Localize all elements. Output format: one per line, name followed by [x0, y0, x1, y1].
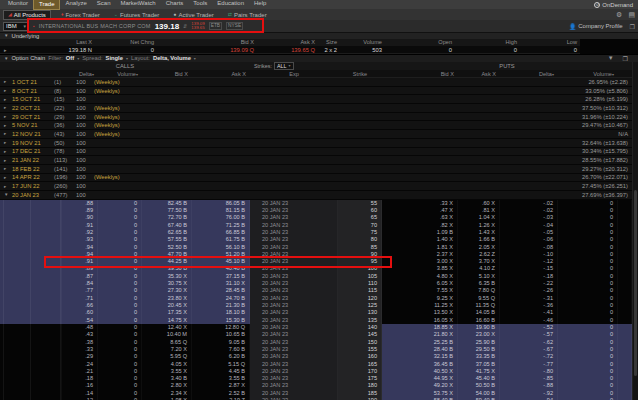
put-ask-cell[interactable]: 50.50 B	[458, 382, 500, 389]
call-ask-cell[interactable]: 28.45 B	[192, 287, 250, 294]
call-delta-cell[interactable]: .91	[62, 258, 98, 265]
call-bid-cell[interactable]: 2.34 X	[142, 390, 192, 397]
put-volume-cell[interactable]: 0	[558, 258, 618, 265]
call-delta-cell[interactable]: .77	[62, 287, 98, 294]
call-volume-cell[interactable]: 0	[98, 244, 142, 251]
expand-arrow-icon[interactable]: ▸	[4, 175, 12, 180]
strike-cell[interactable]: 110	[338, 280, 382, 287]
call-bid-cell[interactable]: 44.25 B	[142, 258, 192, 265]
put-ask-cell[interactable]: 7.80 Q	[458, 287, 500, 294]
put-volume-cell[interactable]: 0	[558, 251, 618, 258]
call-delta-cell[interactable]: .88	[62, 200, 98, 207]
call-bid-cell[interactable]: 52.50 B	[142, 244, 192, 251]
call-delta-cell[interactable]: .91	[62, 222, 98, 229]
call-volume-cell[interactable]: 0	[98, 390, 142, 397]
call-bid-cell[interactable]: 20.45 X	[142, 302, 192, 309]
put-delta-cell[interactable]: -.46	[500, 317, 558, 324]
panel-menu-icon[interactable]: ▤	[628, 11, 635, 19]
layout-value[interactable]: Delta, Volume	[153, 55, 191, 61]
call-delta-cell[interactable]: .18	[62, 375, 98, 382]
strike-cell[interactable]: 185	[338, 390, 382, 397]
expiration-row-29-oct-21[interactable]: ▸29 OCT 21(29)100(Weeklys)31.96% (±10.22…	[0, 113, 638, 122]
call-delta-cell[interactable]: .43	[62, 331, 98, 338]
call-delta-cell[interactable]: .89	[62, 207, 98, 214]
call-bid-cell[interactable]: 14.75 X	[142, 317, 192, 324]
call-delta-cell[interactable]: .54	[62, 317, 98, 324]
put-volume-cell[interactable]: 0	[558, 207, 618, 214]
call-delta-cell[interactable]: .66	[62, 302, 98, 309]
put-ask-cell[interactable]: 37.05 B	[458, 361, 500, 368]
call-volume-cell[interactable]: 0	[98, 339, 142, 346]
call-volume-cell[interactable]: 0	[98, 361, 142, 368]
call-ask-cell[interactable]: 71.25 B	[192, 222, 250, 229]
put-bid-cell[interactable]: 1.09 B	[382, 229, 458, 236]
order-gutter[interactable]	[0, 287, 62, 294]
expiration-row-20-jan-23[interactable]: ▼20 JAN 23(477)10027.69% (±36.397)	[0, 191, 638, 200]
spread-value[interactable]: Single	[106, 55, 123, 61]
expand-arrow-icon[interactable]: ▸	[4, 140, 12, 145]
order-gutter[interactable]	[0, 375, 62, 382]
chain-col-volume-1[interactable]: Volume▾	[98, 70, 142, 80]
call-ask-cell[interactable]: 51.20 B	[192, 251, 250, 258]
put-ask-cell[interactable]: 2.05 X	[458, 244, 500, 251]
call-volume-cell[interactable]: 0	[98, 382, 142, 389]
expand-arrow-icon[interactable]: ▸	[4, 105, 12, 110]
put-volume-cell[interactable]: 0	[558, 382, 618, 389]
strike-cell[interactable]: 90	[338, 251, 382, 258]
call-volume-cell[interactable]: 0	[98, 346, 142, 353]
call-delta-cell[interactable]: .71	[62, 295, 98, 302]
call-ask-cell[interactable]: 21.30 B	[192, 302, 250, 309]
call-delta-cell[interactable]: .14	[62, 390, 98, 397]
put-ask-cell[interactable]: 1.66 B	[458, 236, 500, 243]
call-bid-cell[interactable]: 47.70 B	[142, 251, 192, 258]
call-volume-cell[interactable]: 0	[98, 229, 142, 236]
put-bid-cell[interactable]: 7.55 X	[382, 287, 458, 294]
put-ask-cell[interactable]: 9.55 Q	[458, 295, 500, 302]
call-ask-cell[interactable]: 61.75 B	[192, 236, 250, 243]
call-volume-cell[interactable]: 0	[98, 214, 142, 221]
call-volume-cell[interactable]: 0	[98, 251, 142, 258]
strike-cell[interactable]: 115	[338, 287, 382, 294]
expiration-row-5-nov-21[interactable]: ▸5 NOV 21(36)100(Weeklys)29.47% (±10.467…	[0, 121, 638, 130]
expiration-row-15-oct-21[interactable]: ▸15 OCT 21(15)10026.28% (±6.199)	[0, 95, 638, 104]
order-gutter[interactable]	[0, 390, 62, 397]
call-volume-cell[interactable]: 0	[98, 324, 142, 331]
chain-col-bid-x-6[interactable]: Bid X	[382, 70, 458, 79]
put-ask-cell[interactable]: 45.40 B	[458, 375, 500, 382]
expand-arrow-icon[interactable]: ▸	[4, 158, 12, 163]
put-volume-cell[interactable]: 0	[558, 214, 618, 221]
call-bid-cell[interactable]: 17.35 X	[142, 309, 192, 316]
expand-arrow-icon[interactable]: ▸	[4, 149, 12, 154]
expiration-row-22-oct-21[interactable]: ▸22 OCT 21(22)100(Weeklys)37.50% (±10.31…	[0, 104, 638, 113]
put-ask-cell[interactable]: 16.60 B	[458, 317, 500, 324]
call-ask-cell[interactable]: 7.60 B	[192, 346, 250, 353]
call-delta-cell[interactable]: .21	[62, 368, 98, 375]
company-profile-button[interactable]: 👤 Company Profile	[566, 23, 626, 30]
scrollbar-thumb[interactable]	[634, 190, 637, 376]
put-delta-cell[interactable]: -.02	[500, 200, 558, 207]
call-bid-cell[interactable]: 10.40 M	[142, 331, 192, 338]
call-ask-cell[interactable]: 40.40 B	[192, 265, 250, 272]
call-bid-cell[interactable]: 5.95 Q	[142, 353, 192, 360]
put-volume-cell[interactable]: 0	[558, 375, 618, 382]
put-delta-cell[interactable]: -.57	[500, 331, 558, 338]
put-delta-cell[interactable]: -.52	[500, 324, 558, 331]
put-delta-cell[interactable]: -.22	[500, 280, 558, 287]
call-ask-cell[interactable]: 76.00 B	[192, 214, 250, 221]
put-ask-cell[interactable]: 14.05 B	[458, 309, 500, 316]
call-ask-cell[interactable]: 24.70 B	[192, 295, 250, 302]
call-bid-cell[interactable]: 12.40 X	[142, 324, 192, 331]
put-volume-cell[interactable]: 0	[558, 280, 618, 287]
call-bid-cell[interactable]: 67.40 B	[142, 222, 192, 229]
call-ask-cell[interactable]: 15.30 B	[192, 317, 250, 324]
put-bid-cell[interactable]: 44.95 X	[382, 375, 458, 382]
call-ask-cell[interactable]: 3.55 B	[192, 375, 250, 382]
put-volume-cell[interactable]: 0	[558, 390, 618, 397]
put-volume-cell[interactable]: 0	[558, 368, 618, 375]
gear-icon[interactable]: ⚙	[616, 11, 622, 19]
expand-arrow-icon[interactable]: ▸	[4, 123, 12, 128]
call-bid-cell[interactable]: 30.75 X	[142, 280, 192, 287]
strike-cell[interactable]: 70	[338, 222, 382, 229]
order-gutter[interactable]	[0, 302, 62, 309]
put-delta-cell[interactable]: -.92	[500, 390, 558, 397]
